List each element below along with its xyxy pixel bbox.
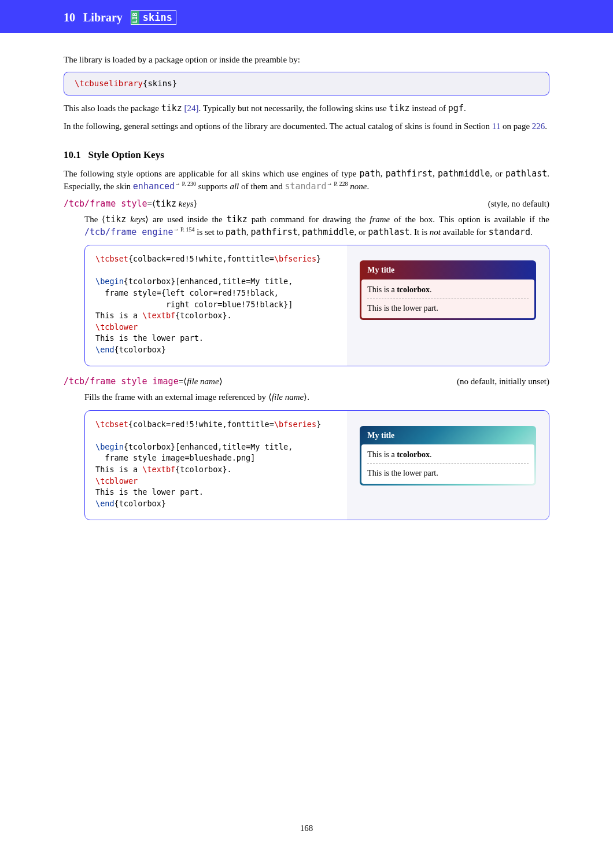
citation-link[interactable]: [24] <box>182 104 199 113</box>
code-load-library: \tcbuselibrary{skins} <box>64 72 549 95</box>
tcb-title: My title <box>361 262 534 279</box>
page-ref[interactable]: 226 <box>532 122 545 131</box>
subsection-intro: The following style options are applicab… <box>64 168 549 192</box>
tcb-separator <box>367 464 529 464</box>
section-ref[interactable]: 11 <box>492 122 500 131</box>
standard-ref[interactable]: standard <box>285 181 326 192</box>
key-frame-style-image: /tcb/frame style image=⟨file name⟩ (no d… <box>64 376 549 388</box>
tcolorbox-image: My title This is a tcolorbox. This is th… <box>360 426 536 486</box>
key1-description: The ⟨tikz keys⟩ are used inside the tikz… <box>84 214 549 238</box>
example-1-output: My title This is a tcolorbox. This is th… <box>347 245 549 366</box>
library-badge-right: skins <box>139 11 176 24</box>
code-arg: {skins} <box>143 79 177 88</box>
key-frame-style: /tcb/frame style=⟨tikz keys⟩ (style, no … <box>64 198 549 210</box>
subsection-heading: 10.1 Style Option Keys <box>64 148 549 161</box>
intro-p2: This also loads the package tikz [24]. T… <box>64 102 549 115</box>
example-2: \tcbset{colback=red!5!white,fonttitle=\b… <box>84 410 549 521</box>
key-type: (style, no default) <box>488 198 549 210</box>
key-type: (no default, initially unset) <box>457 376 549 388</box>
tcb-separator <box>367 299 529 299</box>
enhanced-ref[interactable]: enhanced <box>133 181 175 192</box>
library-badge-left: LIB <box>131 11 139 24</box>
example-2-output: My title This is a tcolorbox. This is th… <box>347 411 549 520</box>
section-number: 10 <box>64 11 75 24</box>
intro-line: The library is loaded by a package optio… <box>64 54 549 66</box>
section-header: 10 Library LIB skins <box>0 0 613 33</box>
example-2-code: \tcbset{colback=red!5!white,fonttitle=\b… <box>85 411 347 520</box>
intro-p3: In the following, general settings and o… <box>64 120 549 133</box>
example-1: \tcbset{colback=red!5!white,fonttitle=\b… <box>84 245 549 366</box>
tcb-body: This is a tcolorbox. This is the lower p… <box>361 279 534 319</box>
enhanced-pageref: → P. 230 <box>175 181 196 187</box>
tcb-title: My title <box>361 428 534 444</box>
tcb-body: This is a tcolorbox. This is the lower p… <box>361 444 534 484</box>
frame-engine-ref[interactable]: /tcb/frame engine <box>84 227 173 237</box>
code-cmd: \tcbuselibrary <box>75 79 143 88</box>
standard-pageref: → P. 228 <box>327 181 348 187</box>
key-name: /tcb/frame style image <box>64 376 179 387</box>
section-title: Library <box>83 11 123 24</box>
key-name: /tcb/frame style <box>64 198 147 209</box>
page-number: 168 <box>0 823 613 833</box>
key2-description: Fills the frame with an external image r… <box>84 391 549 403</box>
tcolorbox-gradient: My title This is a tcolorbox. This is th… <box>360 260 536 320</box>
example-1-code: \tcbset{colback=red!5!white,fonttitle=\b… <box>85 245 347 366</box>
library-badge: LIB skins <box>131 10 176 25</box>
